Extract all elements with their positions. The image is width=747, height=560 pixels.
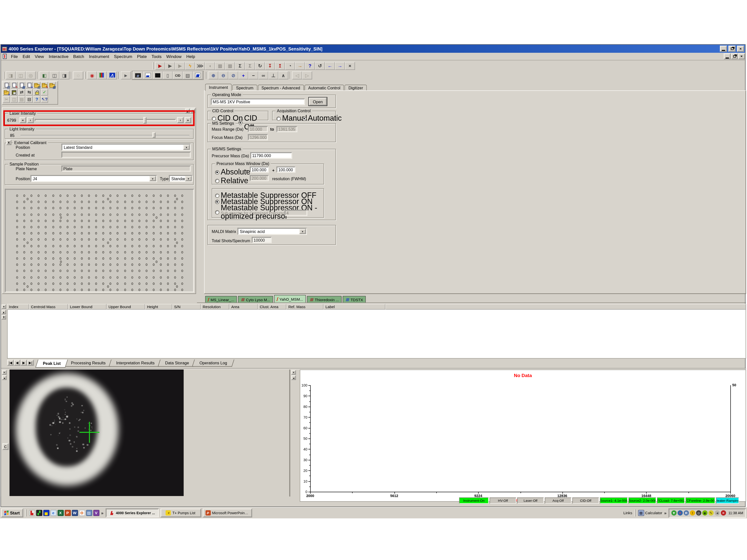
- peak-table-close-icon[interactable]: ×: [1, 304, 6, 309]
- calculator-icon[interactable]: ▦: [638, 510, 644, 516]
- menu-interactive[interactable]: Interactive: [46, 54, 71, 59]
- open-peaklist-icon[interactable]: ▤: [33, 82, 41, 88]
- spectrum-tab-4[interactable]: ▦Thioredoxin ...: [307, 296, 342, 303]
- plate-well[interactable]: [117, 226, 119, 229]
- plate-well[interactable]: [138, 232, 140, 235]
- plate-well[interactable]: [74, 245, 76, 247]
- plate-well[interactable]: [182, 201, 183, 203]
- zoom-out-icon[interactable]: ⊖: [218, 71, 228, 79]
- plate-well[interactable]: [138, 195, 140, 197]
- plate-well[interactable]: [67, 195, 69, 197]
- plate-well[interactable]: [109, 201, 111, 203]
- plate-well[interactable]: [182, 276, 183, 278]
- plate-well[interactable]: [107, 197, 109, 200]
- plate-well[interactable]: [74, 201, 76, 203]
- plate-well[interactable]: [182, 207, 183, 210]
- plate-well[interactable]: [124, 251, 126, 254]
- plate-well[interactable]: [88, 238, 90, 241]
- quicklaunch-overflow-chevron[interactable]: »: [100, 510, 104, 515]
- gauge-icon[interactable]: ◉: [87, 71, 97, 79]
- plate-well[interactable]: [52, 276, 54, 278]
- plate-well[interactable]: [182, 270, 183, 272]
- plate-well[interactable]: [107, 286, 109, 288]
- plate-well[interactable]: [95, 270, 97, 272]
- plate-well[interactable]: [38, 219, 40, 222]
- plate-well[interactable]: [45, 283, 47, 285]
- first-tab-icon[interactable]: |◀: [7, 359, 14, 366]
- plate-well[interactable]: [23, 226, 25, 229]
- laser-intensity-slider[interactable]: [34, 119, 176, 122]
- plate-well[interactable]: [81, 276, 83, 278]
- goto-next-icon[interactable]: ►: [121, 71, 131, 79]
- plate-well[interactable]: [16, 289, 18, 291]
- column-header-resolution[interactable]: Resolution: [201, 304, 229, 310]
- plate-well[interactable]: [160, 245, 162, 247]
- plate-well[interactable]: [124, 245, 126, 247]
- plate-well[interactable]: [67, 219, 69, 222]
- plate-well[interactable]: [45, 257, 47, 260]
- plate-well[interactable]: [81, 270, 83, 272]
- plate-well[interactable]: [31, 195, 33, 197]
- plate-well[interactable]: [31, 226, 33, 229]
- plate-well[interactable]: [138, 219, 140, 222]
- plate-well[interactable]: [31, 270, 33, 272]
- plate-well[interactable]: [138, 264, 140, 266]
- plate-well[interactable]: [109, 257, 111, 260]
- plate-well[interactable]: [59, 264, 61, 266]
- plate-well[interactable]: [27, 197, 29, 200]
- plate-well[interactable]: [174, 213, 176, 216]
- paste-icon[interactable]: ▤: [18, 96, 25, 103]
- plate-well[interactable]: [153, 195, 155, 197]
- camera-close-icon[interactable]: ×: [2, 370, 7, 375]
- source-settings-icon[interactable]: ◖: [205, 61, 215, 70]
- plate-well[interactable]: [102, 251, 104, 254]
- plate-well[interactable]: [16, 213, 18, 216]
- peak-table-body[interactable]: [7, 310, 746, 358]
- plate-well[interactable]: [59, 219, 61, 222]
- plate-well[interactable]: [31, 201, 33, 203]
- plate-well[interactable]: [124, 289, 126, 291]
- data-explorer-icon[interactable]: ▅: [43, 510, 49, 516]
- camera-view[interactable]: [9, 370, 183, 496]
- new-peaklist-window-icon[interactable]: ▤: [3, 82, 10, 88]
- plate-well[interactable]: [31, 219, 33, 222]
- plate-well[interactable]: [74, 270, 76, 272]
- plate-well[interactable]: [146, 238, 148, 241]
- plate-well[interactable]: [138, 201, 140, 203]
- copy-icon[interactable]: ◫: [10, 96, 18, 103]
- plate-well[interactable]: [81, 264, 83, 266]
- plate-well[interactable]: [23, 219, 25, 222]
- plate-well[interactable]: [38, 232, 40, 235]
- relative-radio[interactable]: Relative: [215, 177, 248, 185]
- plate-well[interactable]: [146, 245, 148, 247]
- start-button[interactable]: Start: [1, 508, 23, 517]
- column-header-clust-area[interactable]: Clust. Area: [258, 304, 287, 310]
- last-tab-icon[interactable]: ▶|: [27, 359, 34, 366]
- plate-well[interactable]: [23, 195, 25, 197]
- plate-well[interactable]: [95, 238, 97, 241]
- menu-view[interactable]: View: [32, 54, 46, 59]
- plate-well[interactable]: [23, 232, 25, 235]
- plate-well[interactable]: [74, 238, 76, 241]
- get-from-instrument-icon[interactable]: ↥: [275, 61, 285, 70]
- plate-well[interactable]: [174, 270, 176, 272]
- plate-well[interactable]: [88, 276, 90, 278]
- plate-well[interactable]: [59, 257, 61, 260]
- plate-well[interactable]: [102, 238, 104, 241]
- plate-well[interactable]: [182, 232, 183, 235]
- clipboard-view-icon[interactable]: ▤: [183, 71, 193, 79]
- column-header-centroid-mass[interactable]: Centroid Mass: [29, 304, 68, 310]
- plate-well[interactable]: [16, 245, 18, 247]
- total-shots-field[interactable]: 10000: [252, 237, 272, 243]
- convert-back-icon[interactable]: ⇆: [26, 89, 33, 96]
- plate-well[interactable]: [174, 245, 176, 247]
- plate-well[interactable]: [95, 207, 97, 210]
- plate-well[interactable]: [146, 251, 148, 254]
- plate-well[interactable]: [67, 238, 69, 241]
- plate-well[interactable]: [109, 276, 111, 278]
- security-shield-icon[interactable]: !: [690, 510, 695, 515]
- plate-well[interactable]: [160, 251, 162, 254]
- peak-table-expand-icon[interactable]: ▸: [1, 310, 6, 314]
- plate-well[interactable]: [174, 264, 176, 266]
- minimize-button[interactable]: [720, 46, 727, 52]
